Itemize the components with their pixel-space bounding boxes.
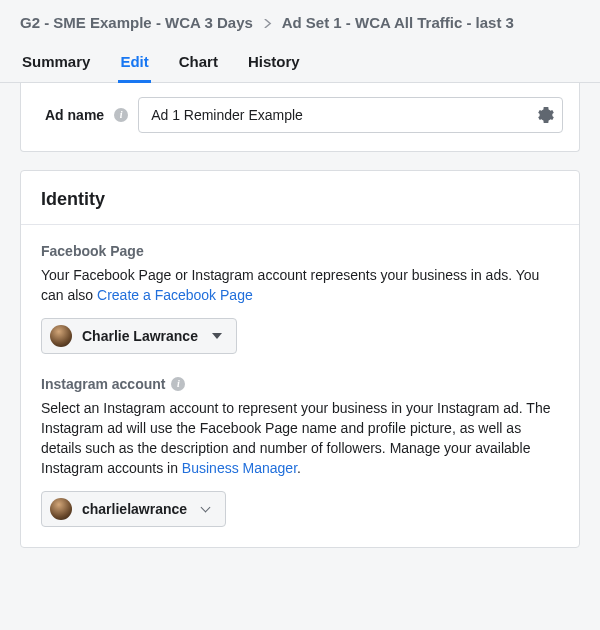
- avatar: [50, 325, 72, 347]
- tabs: Summary Edit Chart History: [0, 35, 600, 83]
- facebook-page-section: Facebook Page Your Facebook Page or Inst…: [21, 225, 579, 354]
- ad-name-input-wrap: [138, 97, 563, 133]
- instagram-title-text: Instagram account: [41, 376, 165, 392]
- instagram-account-selected: charlielawrance: [82, 501, 187, 517]
- info-icon[interactable]: i: [114, 108, 128, 122]
- chevron-down-icon: [201, 504, 211, 514]
- info-icon[interactable]: i: [171, 377, 185, 391]
- breadcrumb-campaign[interactable]: G2 - SME Example - WCA 3 Days: [20, 14, 253, 31]
- facebook-page-title: Facebook Page: [41, 243, 559, 259]
- tab-history[interactable]: History: [246, 45, 302, 82]
- tab-summary[interactable]: Summary: [20, 45, 92, 82]
- business-manager-link[interactable]: Business Manager: [182, 460, 297, 476]
- ad-name-label: Ad name: [37, 107, 104, 123]
- ad-name-card: Ad name i: [20, 83, 580, 152]
- instagram-account-description: Select an Instagram account to represent…: [41, 398, 559, 479]
- instagram-account-title: Instagram account i: [41, 376, 559, 392]
- create-facebook-page-link[interactable]: Create a Facebook Page: [97, 287, 253, 303]
- instagram-account-selector[interactable]: charlielawrance: [41, 491, 226, 527]
- instagram-account-section: Instagram account i Select an Instagram …: [21, 354, 579, 547]
- identity-heading: Identity: [21, 171, 579, 224]
- tab-edit[interactable]: Edit: [118, 45, 150, 83]
- facebook-page-selector[interactable]: Charlie Lawrance: [41, 318, 237, 354]
- chevron-down-icon: [212, 333, 222, 339]
- identity-card: Identity Facebook Page Your Facebook Pag…: [20, 170, 580, 548]
- facebook-page-selected: Charlie Lawrance: [82, 328, 198, 344]
- facebook-page-description: Your Facebook Page or Instagram account …: [41, 265, 559, 306]
- chevron-right-icon: [263, 14, 272, 31]
- breadcrumb-adset[interactable]: Ad Set 1 - WCA All Traffic - last 3: [282, 14, 514, 31]
- instagram-desc-post: .: [297, 460, 301, 476]
- ads-manager-edit-panel: G2 - SME Example - WCA 3 Days Ad Set 1 -…: [0, 0, 600, 548]
- breadcrumb: G2 - SME Example - WCA 3 Days Ad Set 1 -…: [0, 0, 600, 35]
- avatar: [50, 498, 72, 520]
- ad-name-input[interactable]: [151, 107, 538, 123]
- gear-icon[interactable]: [538, 107, 554, 123]
- tab-chart[interactable]: Chart: [177, 45, 220, 82]
